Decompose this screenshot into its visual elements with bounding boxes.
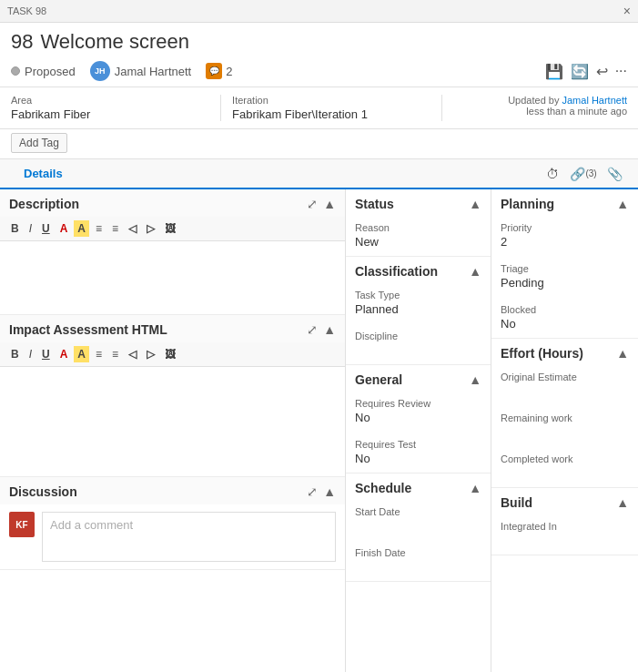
schedule-collapse-button[interactable]: ▲	[469, 481, 481, 495]
reason-label: Reason	[355, 222, 481, 233]
task-label: TASK 98	[7, 5, 46, 16]
indent-button[interactable]: ▷	[143, 220, 158, 237]
attachment-icon[interactable]: 📎	[602, 161, 627, 187]
far-right-panel: Planning ▲ Priority 2 Triage Pending Blo…	[491, 189, 638, 672]
avatar: JH	[90, 61, 110, 81]
impact-assessment-section: Impact Assessment HTML ⤢ ▲ B I U A A ≡ ≡…	[0, 315, 345, 477]
blocked-value[interactable]: No	[501, 317, 629, 331]
font-color-button[interactable]: A	[56, 220, 72, 237]
impact-editor[interactable]	[0, 367, 345, 476]
original-estimate-field: Original Estimate	[491, 364, 638, 405]
tab-details[interactable]: Details	[11, 159, 76, 189]
impact-underline-button[interactable]: U	[38, 346, 54, 362]
status-dot	[11, 66, 20, 76]
effort-collapse-button[interactable]: ▲	[616, 346, 629, 361]
original-estimate-value[interactable]	[501, 384, 629, 398]
ol-button[interactable]: ≡	[108, 220, 122, 237]
integrated-in-value[interactable]	[501, 534, 629, 547]
impact-highlight-button[interactable]: A	[74, 346, 89, 362]
task-type-field: Task Type Planned	[346, 282, 491, 323]
undo-button[interactable]: ↩	[596, 63, 608, 80]
refresh-button[interactable]: 🔄	[571, 63, 589, 80]
description-expand-button[interactable]: ⤢	[307, 197, 318, 211]
more-options-button[interactable]: ···	[615, 63, 627, 79]
underline-button[interactable]: U	[38, 220, 54, 237]
build-collapse-button[interactable]: ▲	[616, 495, 629, 510]
impact-outdent-button[interactable]: ◁	[125, 346, 140, 362]
impact-image-button[interactable]: 🖼	[161, 346, 179, 362]
impact-ul-button[interactable]: ≡	[92, 346, 106, 362]
requires-test-value[interactable]: No	[355, 452, 481, 465]
comment-badge: 💬 2	[206, 63, 232, 79]
iteration-field: Iteration Fabrikam Fiber\Iteration 1	[232, 95, 430, 121]
highlight-button[interactable]: A	[74, 220, 89, 237]
requires-test-label: Requires Test	[355, 439, 481, 450]
planning-collapse-button[interactable]: ▲	[616, 197, 629, 211]
remaining-work-value[interactable]	[501, 425, 629, 439]
links-icon[interactable]: 🔗 (3)	[571, 161, 596, 187]
impact-expand-button[interactable]: ⤢	[307, 322, 318, 337]
blocked-label: Blocked	[501, 304, 629, 315]
add-tag-button[interactable]: Add Tag	[11, 133, 67, 153]
updated-by-link[interactable]: Jamal Hartnett	[562, 95, 627, 106]
impact-font-color-button[interactable]: A	[56, 346, 72, 362]
priority-label: Priority	[501, 222, 629, 233]
comment-count: 2	[226, 65, 232, 78]
completed-work-label: Completed work	[501, 453, 629, 464]
completed-work-field: Completed work	[491, 446, 638, 487]
effort-header: Effort (Hours) ▲	[491, 339, 638, 364]
iteration-value[interactable]: Fabrikam Fiber\Iteration 1	[232, 107, 430, 121]
impact-indent-button[interactable]: ▷	[143, 346, 158, 362]
field-divider-2	[441, 95, 442, 121]
outdent-button[interactable]: ◁	[125, 220, 140, 237]
discussion-controls: ⤢ ▲	[307, 484, 336, 499]
italic-button[interactable]: I	[25, 220, 35, 237]
planning-title: Planning	[501, 197, 554, 211]
updated-time: less than a minute ago	[526, 106, 627, 117]
discussion-collapse-button[interactable]: ▲	[323, 484, 336, 499]
ul-button[interactable]: ≡	[92, 220, 106, 237]
triage-value[interactable]: Pending	[501, 276, 629, 290]
discipline-value[interactable]	[355, 343, 481, 357]
bold-button[interactable]: B	[7, 220, 23, 237]
classification-collapse-button[interactable]: ▲	[469, 264, 481, 279]
completed-work-value[interactable]	[501, 466, 629, 480]
finish-date-value[interactable]	[355, 560, 481, 574]
build-title: Build	[501, 495, 532, 510]
status-collapse-button[interactable]: ▲	[469, 197, 481, 211]
general-collapse-button[interactable]: ▲	[469, 372, 481, 387]
close-button[interactable]: ×	[623, 4, 631, 18]
impact-italic-button[interactable]: I	[25, 346, 35, 362]
discussion-expand-button[interactable]: ⤢	[307, 484, 318, 499]
area-value[interactable]: Fabrikam Fiber	[11, 107, 209, 121]
impact-collapse-button[interactable]: ▲	[323, 322, 336, 337]
triage-label: Triage	[501, 263, 629, 274]
comment-input[interactable]: Add a comment	[42, 512, 336, 562]
priority-value[interactable]: 2	[501, 235, 629, 249]
start-date-value[interactable]	[355, 519, 481, 533]
discussion-content: KF Add a comment	[0, 504, 345, 569]
save-button[interactable]: 💾	[545, 63, 563, 80]
history-icon[interactable]: ⏱	[540, 161, 565, 187]
effort-section: Effort (Hours) ▲ Original Estimate Remai…	[491, 339, 638, 488]
remaining-work-label: Remaining work	[501, 412, 629, 423]
description-editor[interactable]	[0, 241, 345, 314]
impact-ol-button[interactable]: ≡	[108, 346, 122, 362]
description-collapse-button[interactable]: ▲	[323, 197, 336, 211]
build-header: Build ▲	[491, 488, 638, 514]
requires-test-field: Requires Test No	[346, 432, 491, 473]
impact-bold-button[interactable]: B	[7, 346, 23, 362]
impact-assessment-title: Impact Assessment HTML	[9, 322, 167, 337]
page-title: Welcome screen	[40, 30, 188, 54]
task-type-value[interactable]: Planned	[355, 302, 481, 316]
impact-controls: ⤢ ▲	[307, 322, 336, 337]
reason-value[interactable]: New	[355, 235, 481, 249]
task-type-label: Task Type	[355, 290, 481, 300]
toolbar-icons: 💾 🔄 ↩ ···	[545, 63, 627, 80]
requires-review-value[interactable]: No	[355, 411, 481, 424]
main-content: Description ⤢ ▲ B I U A A ≡ ≡ ◁ ▷ 🖼	[0, 189, 638, 672]
description-title: Description	[9, 197, 79, 211]
description-header: Description ⤢ ▲	[0, 189, 345, 217]
image-button[interactable]: 🖼	[161, 220, 179, 237]
area-label: Area	[11, 95, 209, 106]
